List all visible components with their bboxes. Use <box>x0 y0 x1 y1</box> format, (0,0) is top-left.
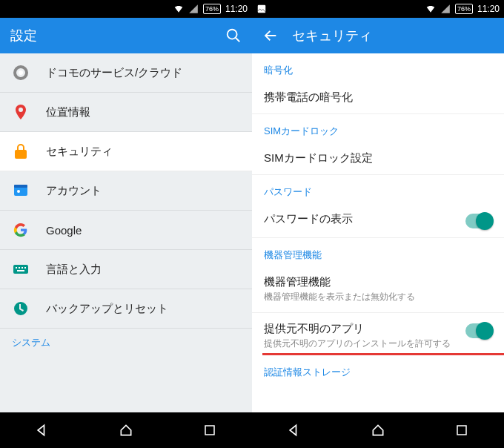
setting-title: パスワードの表示 <box>264 212 458 226</box>
list-item-docomo[interactable]: ドコモのサービス/クラウド <box>0 53 252 93</box>
battery-box: 76% <box>203 4 221 14</box>
page-title: 設定 <box>10 27 212 45</box>
search-icon[interactable] <box>225 27 242 44</box>
signal-icon <box>440 4 451 14</box>
security-pane: 76% 11:20 セキュリティ 暗号化 携帯電話の暗号化 SIMカードロック … <box>252 0 504 448</box>
list-item-location[interactable]: 位置情報 <box>0 93 252 132</box>
list-item-language[interactable]: 言語と入力 <box>0 250 252 289</box>
lock-icon <box>12 142 30 160</box>
appbar-right: セキュリティ <box>252 18 504 53</box>
recent-icon[interactable] <box>201 421 219 439</box>
recent-icon[interactable] <box>453 421 471 439</box>
gallery-icon <box>256 4 267 14</box>
setting-show-password[interactable]: パスワードの表示 <box>252 203 504 238</box>
keyboard-icon <box>12 260 30 278</box>
svg-point-5 <box>17 190 20 193</box>
svg-rect-13 <box>258 5 266 13</box>
svg-rect-10 <box>24 267 26 269</box>
navbar-left <box>0 412 252 448</box>
pin-icon <box>12 103 30 121</box>
setting-title: 機器管理機能 <box>264 275 492 289</box>
svg-point-2 <box>19 70 23 75</box>
clock-value: 11:20 <box>225 4 248 14</box>
back-arrow-icon[interactable] <box>262 27 279 44</box>
list-item-label: バックアップとリセット <box>46 302 168 316</box>
gear-icon <box>12 64 30 82</box>
section-password: パスワード <box>252 175 504 203</box>
settings-pane: 76% 11:20 設定 ドコモのサービス/クラウド 位置情報 セキュリティ <box>0 0 252 448</box>
toggle-unknown-sources[interactable] <box>465 323 492 338</box>
section-sim: SIMカードロック <box>252 114 504 142</box>
list-item-label: 言語と入力 <box>46 263 102 277</box>
list-item-label: セキュリティ <box>46 145 113 159</box>
home-icon[interactable] <box>117 421 135 439</box>
id-icon <box>12 182 30 200</box>
svg-line-1 <box>236 38 240 42</box>
setting-device-admin[interactable]: 機器管理機能 機器管理機能を表示または無効化する <box>252 266 504 313</box>
svg-rect-12 <box>205 426 214 435</box>
appbar-left: 設定 <box>0 18 252 53</box>
settings-list: ドコモのサービス/クラウド 位置情報 セキュリティ アカウント Google <box>0 53 252 412</box>
setting-sim-lock[interactable]: SIMカードロック設定 <box>252 142 504 175</box>
section-encryption: 暗号化 <box>252 53 504 82</box>
wifi-icon <box>173 4 184 14</box>
signal-icon <box>188 4 199 14</box>
list-item-label: Google <box>46 224 82 237</box>
setting-unknown-sources[interactable]: 提供元不明のアプリ 提供元不明のアプリのインストールを許可する <box>252 313 504 355</box>
svg-rect-11 <box>17 270 24 271</box>
toggle-show-password[interactable] <box>465 214 492 228</box>
list-item-security[interactable]: セキュリティ <box>0 132 252 171</box>
svg-rect-4 <box>14 185 27 188</box>
clock-value: 11:20 <box>477 4 500 14</box>
list-item-label: 位置情報 <box>46 105 90 119</box>
category-system: システム <box>0 329 252 352</box>
svg-rect-7 <box>16 267 17 269</box>
setting-title: SIMカードロック設定 <box>264 151 492 165</box>
svg-rect-6 <box>13 265 28 274</box>
svg-rect-14 <box>457 426 466 435</box>
setting-subtitle: 提供元不明のアプリのインストールを許可する <box>264 337 458 350</box>
home-icon[interactable] <box>369 421 387 439</box>
list-item-accounts[interactable]: アカウント <box>0 171 252 211</box>
svg-point-0 <box>228 30 237 39</box>
section-admin: 機器管理機能 <box>252 238 504 266</box>
restore-icon <box>12 300 30 317</box>
navbar-right <box>252 412 504 448</box>
security-list: 暗号化 携帯電話の暗号化 SIMカードロック SIMカードロック設定 パスワード… <box>252 53 504 412</box>
highlight-underline <box>262 353 504 355</box>
battery-box: 76% <box>455 4 473 14</box>
list-item-backup[interactable]: バックアップとリセット <box>0 289 252 329</box>
back-icon[interactable] <box>285 421 303 439</box>
page-title: セキュリティ <box>292 27 494 45</box>
svg-rect-9 <box>21 267 23 269</box>
setting-subtitle: 機器管理機能を表示または無効化する <box>264 291 492 303</box>
setting-title: 提供元不明のアプリ <box>264 322 458 336</box>
back-icon[interactable] <box>33 421 51 439</box>
google-icon <box>12 221 30 239</box>
statusbar-left: 76% 11:20 <box>0 0 252 18</box>
setting-title: 携帯電話の暗号化 <box>264 90 492 105</box>
section-credentials: 認証情報ストレージ <box>252 355 504 389</box>
battery-value: 76% <box>205 4 219 13</box>
wifi-icon <box>425 4 436 14</box>
setting-phone-encryption[interactable]: 携帯電話の暗号化 <box>252 82 504 114</box>
list-item-label: アカウント <box>46 184 102 198</box>
list-item-label: ドコモのサービス/クラウド <box>46 66 182 80</box>
battery-value: 76% <box>457 4 471 13</box>
svg-rect-8 <box>19 267 20 269</box>
statusbar-right: 76% 11:20 <box>252 0 504 18</box>
list-item-google[interactable]: Google <box>0 211 252 250</box>
